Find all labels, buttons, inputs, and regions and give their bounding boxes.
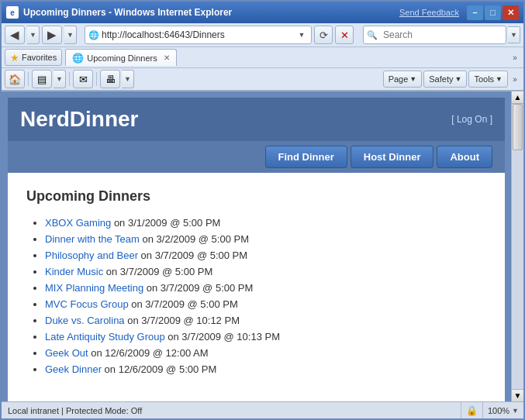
status-bar: Local intranet | Protected Mode: Off 🔒 1… bbox=[2, 401, 523, 418]
home-button[interactable]: 🏠 bbox=[5, 70, 25, 88]
forward-button[interactable]: ▶ bbox=[42, 26, 62, 44]
dinner-link[interactable]: Late Antiquity Study Group bbox=[45, 331, 165, 343]
dinner-meta: on 3/7/2009 @ 10:12 PM bbox=[125, 315, 240, 326]
status-zone: Local intranet | Protected Mode: Off bbox=[2, 402, 461, 418]
dinner-meta: on 3/7/2009 @ 5:00 PM bbox=[143, 282, 253, 294]
dinner-meta: on 3/7/2009 @ 5:00 PM bbox=[129, 298, 238, 310]
safety-dropdown-icon: ▼ bbox=[454, 75, 461, 83]
page-wrapper: NerdDinner [ Log On ] Find Dinner Host D… bbox=[2, 91, 511, 401]
stop-button[interactable]: ✕ bbox=[335, 26, 354, 44]
window-title: Upcoming Dinners - Windows Internet Expl… bbox=[23, 7, 232, 18]
zoom-dropdown-icon[interactable]: ▼ bbox=[512, 407, 519, 415]
find-dinner-button[interactable]: Find Dinner bbox=[265, 146, 347, 168]
page-header: NerdDinner [ Log On ] bbox=[8, 98, 505, 141]
page-heading: Upcoming Dinners bbox=[26, 188, 486, 205]
list-item: MVC Focus Group on 3/7/2009 @ 5:00 PM bbox=[45, 298, 486, 310]
content-box: Upcoming Dinners XBOX Gaming on 3/1/2009… bbox=[8, 173, 505, 401]
command-bar: 🏠 ▤ ▼ ✉ 🖶 ▼ Page ▼ Safety ▼ Tools ▼ » bbox=[2, 68, 523, 91]
favorites-button[interactable]: ★ Favorites bbox=[5, 49, 62, 66]
safety-button[interactable]: Safety ▼ bbox=[423, 71, 467, 88]
dinner-meta: on 12/6/2009 @ 12:00 AM bbox=[88, 347, 209, 359]
browser-window: e Upcoming Dinners - Windows Internet Ex… bbox=[0, 0, 525, 420]
page-dropdown-icon: ▼ bbox=[409, 75, 416, 83]
dinner-link[interactable]: Philosophy and Beer bbox=[45, 250, 138, 261]
minimize-button[interactable]: – bbox=[467, 5, 483, 20]
title-bar-left: e Upcoming Dinners - Windows Internet Ex… bbox=[6, 6, 232, 19]
status-right: 🔒 bbox=[461, 405, 482, 416]
forward-dropdown[interactable]: ▼ bbox=[64, 26, 77, 44]
rss-dropdown[interactable]: ▼ bbox=[54, 70, 66, 88]
scrollbar: ▲ ▼ bbox=[511, 91, 523, 401]
search-dropdown[interactable]: ▼ bbox=[508, 26, 520, 43]
dinner-link[interactable]: Kinder Music bbox=[45, 266, 103, 277]
cmd-separator3 bbox=[96, 72, 97, 86]
list-item: Duke vs. Carolina on 3/7/2009 @ 10:12 PM bbox=[45, 315, 486, 326]
toolbar-extend[interactable]: » bbox=[509, 49, 520, 66]
address-dropdown[interactable]: ▼ bbox=[295, 26, 308, 44]
log-on-bracket-close: ] bbox=[490, 114, 492, 125]
dinner-link[interactable]: Geek Out bbox=[45, 347, 88, 359]
zoom-level: 100% bbox=[488, 406, 509, 415]
scrollbar-thumb[interactable] bbox=[513, 104, 523, 150]
title-bar: e Upcoming Dinners - Windows Internet Ex… bbox=[2, 2, 523, 23]
list-item: MIX Planning Meeting on 3/7/2009 @ 5:00 … bbox=[45, 282, 486, 294]
main-content: NerdDinner [ Log On ] Find Dinner Host D… bbox=[2, 91, 511, 401]
dinner-meta: on 3/7/2009 @ 5:00 PM bbox=[138, 250, 247, 261]
star-icon: ★ bbox=[10, 52, 19, 64]
list-item: XBOX Gaming on 3/1/2009 @ 5:00 PM bbox=[45, 217, 486, 229]
window-controls: – □ ✕ bbox=[467, 5, 519, 20]
scroll-down-button[interactable]: ▼ bbox=[512, 389, 523, 401]
search-input[interactable] bbox=[380, 27, 503, 43]
search-area: 🔍 ▼ bbox=[363, 26, 520, 44]
site-title: NerdDinner bbox=[20, 107, 138, 132]
tools-label: Tools bbox=[474, 74, 494, 84]
send-feedback-link[interactable]: Send Feedback bbox=[399, 8, 459, 17]
close-button[interactable]: ✕ bbox=[503, 5, 519, 20]
dinner-meta: on 3/1/2009 @ 5:00 PM bbox=[111, 217, 220, 229]
dinner-link[interactable]: XBOX Gaming bbox=[45, 217, 111, 229]
search-box-container: 🔍 bbox=[363, 26, 506, 44]
address-input[interactable] bbox=[102, 29, 293, 40]
nav-bar: ◀ ▼ ▶ ▼ 🌐 ▼ ⟳ ✕ 🔍 ▼ bbox=[2, 23, 523, 47]
list-item: Geek Dinner on 12/6/2009 @ 5:00 PM bbox=[45, 363, 486, 375]
print-dropdown[interactable]: ▼ bbox=[122, 70, 134, 88]
active-tab[interactable]: 🌐 Upcoming Dinners ✕ bbox=[65, 49, 176, 66]
mail-button[interactable]: ✉ bbox=[73, 70, 93, 88]
dinner-link[interactable]: MVC Focus Group bbox=[45, 298, 129, 310]
host-dinner-button[interactable]: Host Dinner bbox=[351, 146, 434, 168]
favorites-label: Favorites bbox=[22, 53, 57, 62]
page-button[interactable]: Page ▼ bbox=[383, 71, 423, 88]
content-area: NerdDinner [ Log On ] Find Dinner Host D… bbox=[2, 91, 523, 401]
safety-label: Safety bbox=[429, 74, 453, 84]
log-on-area: [ Log On ] bbox=[451, 114, 492, 125]
list-item: Dinner with the Team on 3/2/2009 @ 5:00 … bbox=[45, 233, 486, 245]
about-button[interactable]: About bbox=[437, 146, 492, 168]
status-zoom[interactable]: 100% ▼ bbox=[482, 402, 523, 418]
tab-close-button[interactable]: ✕ bbox=[164, 53, 170, 62]
dinner-link[interactable]: Dinner with the Team bbox=[45, 233, 140, 245]
print-button[interactable]: 🖶 bbox=[100, 70, 120, 88]
nav-buttons: Find Dinner Host Dinner About bbox=[8, 141, 505, 173]
dinner-meta: on 3/7/2009 @ 5:00 PM bbox=[103, 266, 212, 277]
cmd-extend[interactable]: » bbox=[509, 71, 520, 88]
list-item: Kinder Music on 3/7/2009 @ 5:00 PM bbox=[45, 266, 486, 277]
tools-dropdown-icon: ▼ bbox=[496, 75, 503, 83]
dinner-meta: on 3/2/2009 @ 5:00 PM bbox=[140, 233, 249, 245]
dinner-link[interactable]: MIX Planning Meeting bbox=[45, 282, 143, 294]
dinner-link[interactable]: Geek Dinner bbox=[45, 363, 102, 375]
title-bar-right: Send Feedback – □ ✕ bbox=[399, 5, 519, 20]
list-item: Philosophy and Beer on 3/7/2009 @ 5:00 P… bbox=[45, 250, 486, 261]
back-button[interactable]: ◀ bbox=[5, 26, 25, 44]
refresh-button[interactable]: ⟳ bbox=[314, 26, 333, 44]
rss-button[interactable]: ▤ bbox=[32, 70, 52, 88]
scrollbar-track[interactable] bbox=[512, 104, 523, 389]
dinner-link[interactable]: Duke vs. Carolina bbox=[45, 315, 125, 326]
dinner-list: XBOX Gaming on 3/1/2009 @ 5:00 PMDinner … bbox=[26, 217, 486, 375]
tools-button[interactable]: Tools ▼ bbox=[468, 71, 508, 88]
scroll-up-button[interactable]: ▲ bbox=[512, 91, 523, 104]
log-on-link[interactable]: Log On bbox=[457, 114, 487, 125]
back-dropdown[interactable]: ▼ bbox=[27, 26, 40, 44]
list-item: Late Antiquity Study Group on 3/7/2009 @… bbox=[45, 331, 486, 343]
address-icon: 🌐 bbox=[88, 30, 99, 40]
maximize-button[interactable]: □ bbox=[485, 5, 501, 20]
